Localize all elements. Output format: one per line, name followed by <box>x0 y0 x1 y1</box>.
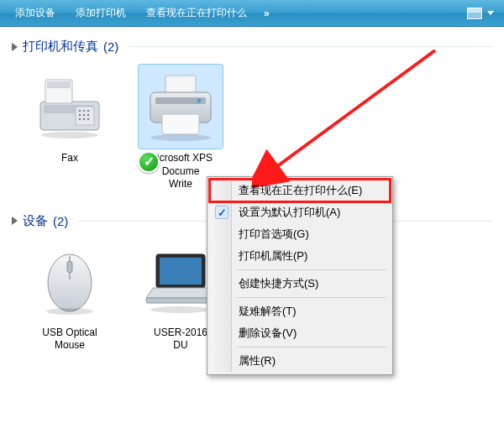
fax-icon <box>28 65 112 149</box>
svg-point-8 <box>79 114 81 117</box>
device-label: USB Optical Mouse <box>24 326 116 352</box>
toolbar-add-device[interactable]: 添加设备 <box>7 3 64 24</box>
menu-item-troubleshoot[interactable]: 疑难解答(T) <box>210 300 390 322</box>
svg-rect-2 <box>47 81 71 88</box>
toolbar-view-switch[interactable] <box>467 8 497 19</box>
svg-point-12 <box>83 118 86 121</box>
device-mouse[interactable]: USB Optical Mouse <box>24 239 116 352</box>
device-label: Fax <box>24 152 116 165</box>
menu-item-set-default[interactable]: ✓ 设置为默认打印机(A) <box>210 201 390 223</box>
svg-point-5 <box>79 110 81 112</box>
section-divider <box>129 46 492 47</box>
section-count: (2) <box>103 39 118 54</box>
svg-rect-18 <box>162 114 199 134</box>
svg-point-13 <box>87 118 90 121</box>
svg-rect-15 <box>165 76 196 94</box>
section-header-printers[interactable]: 打印机和传真 (2) <box>8 30 496 60</box>
section-title: 打印机和传真 <box>23 39 98 55</box>
menu-separator <box>237 297 386 298</box>
printer-icon <box>139 65 223 149</box>
context-menu: 查看现在正在打印什么(E) ✓ 设置为默认打印机(A) 打印首选项(G) 打印机… <box>207 176 393 375</box>
disclosure-triangle-icon <box>12 43 18 51</box>
toolbar-see-print-queue[interactable]: 查看现在正在打印什么 <box>138 3 255 24</box>
toolbar-overflow[interactable]: » <box>259 4 273 23</box>
menu-separator <box>237 347 386 347</box>
disclosure-triangle-icon <box>12 217 18 225</box>
svg-rect-27 <box>146 298 215 303</box>
svg-rect-26 <box>160 258 202 285</box>
toolbar: 添加设备 添加打印机 查看现在正在打印什么 » <box>0 0 504 27</box>
default-check-badge-icon: ✓ <box>138 151 160 173</box>
section-count: (2) <box>53 214 68 228</box>
svg-rect-23 <box>67 261 72 273</box>
svg-point-19 <box>197 99 202 103</box>
device-fax[interactable]: Fax <box>24 65 116 191</box>
menu-item-create-shortcut[interactable]: 创建快捷方式(S) <box>210 273 390 295</box>
svg-point-20 <box>150 134 211 141</box>
device-xps-writer[interactable]: ✓ Microsoft XPS Docume Write <box>134 65 227 191</box>
menu-item-delete-device[interactable]: 删除设备(V) <box>210 322 390 344</box>
svg-point-11 <box>79 118 81 121</box>
menu-item-printer-properties[interactable]: 打印机属性(P) <box>210 245 390 267</box>
svg-point-9 <box>83 114 86 117</box>
view-mode-icon <box>467 8 482 19</box>
mouse-icon <box>28 239 112 323</box>
menu-item-see-print-queue[interactable]: 查看现在正在打印什么(E) <box>210 180 390 201</box>
svg-point-24 <box>46 308 93 315</box>
toolbar-add-printer[interactable]: 添加打印机 <box>67 3 134 24</box>
svg-point-28 <box>150 306 211 313</box>
chevron-down-icon <box>487 11 494 15</box>
section-title: 设备 <box>23 213 48 229</box>
menu-item-properties[interactable]: 属性(R) <box>210 350 390 372</box>
menu-item-print-prefs[interactable]: 打印首选项(G) <box>210 223 390 245</box>
svg-point-7 <box>87 110 90 112</box>
check-icon: ✓ <box>215 206 228 219</box>
menu-separator <box>237 269 386 270</box>
svg-point-10 <box>87 114 90 117</box>
svg-rect-4 <box>76 107 94 125</box>
svg-point-6 <box>83 110 86 112</box>
svg-point-14 <box>41 132 98 138</box>
